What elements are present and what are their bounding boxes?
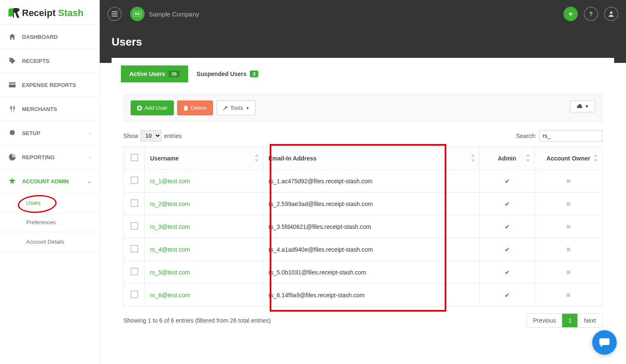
email-in-cell: rs_4.a1ad940e@files.receipt-stash.com (263, 238, 480, 261)
users-table: Username Email-In Address Admin (123, 147, 602, 307)
table-row: rs_6@test.comrs_6.14f9a9@files.receipt-s… (124, 284, 602, 307)
pagination: Previous 1 Next (527, 313, 602, 328)
pagination-page-1[interactable]: 1 (562, 314, 577, 327)
add-button[interactable]: + (563, 7, 578, 21)
owner-cell: ✖ (535, 284, 602, 307)
chat-icon (599, 337, 610, 348)
star-icon (8, 178, 16, 185)
col-account-owner[interactable]: Account Owner (535, 147, 602, 170)
sidebar-item-account-admin[interactable]: ACCOUNT ADMIN ⌄ (0, 169, 99, 193)
chat-widget-button[interactable] (592, 330, 617, 355)
row-checkbox[interactable] (131, 177, 138, 184)
menu-toggle-button[interactable] (107, 7, 122, 21)
chevron-left-icon: ‹ (90, 155, 91, 160)
email-in-cell: rs_3.5fd40621@files.receipt-stash.com (263, 215, 480, 238)
sidebar-label-merchants: MERCHANTS (22, 106, 57, 112)
card-icon (8, 81, 16, 88)
add-user-button[interactable]: Add User (131, 101, 174, 115)
hamburger-icon (112, 11, 118, 16)
admin-cell: ✔ (480, 193, 535, 215)
check-icon: ✔ (505, 178, 510, 185)
wrench-icon (223, 106, 228, 111)
svg-rect-1 (9, 84, 16, 84)
tab-suspended-users[interactable]: Suspended Users 3 (188, 65, 267, 82)
row-checkbox[interactable] (131, 199, 138, 207)
pagination-previous[interactable]: Previous (527, 314, 562, 327)
chevron-left-icon: ‹ (90, 131, 91, 136)
table-row: rs_4@test.comrs_4.a1ad940e@files.receipt… (124, 238, 602, 261)
col-admin[interactable]: Admin (480, 147, 535, 170)
pie-chart-icon (8, 154, 16, 160)
gear-icon (8, 130, 16, 136)
sort-icon (470, 154, 476, 162)
active-users-count-badge: 26 (169, 71, 180, 77)
username-link[interactable]: rs_1@test.com (150, 178, 190, 185)
admin-cell: ✔ (480, 261, 535, 284)
topbar: RS Sample Company + ? (100, 0, 626, 28)
username-link[interactable]: rs_5@test.com (150, 269, 190, 276)
chevron-down-icon: ⌄ (87, 179, 91, 184)
sidebar-item-merchants[interactable]: MERCHANTS (0, 97, 99, 121)
caret-down-icon: ▼ (246, 106, 249, 110)
entries-label: entries (164, 133, 182, 139)
check-icon: ✔ (505, 223, 510, 230)
sidebar-item-reporting[interactable]: REPORTING ‹ (0, 145, 99, 169)
delete-button[interactable]: Delete (177, 101, 213, 115)
row-checkbox[interactable] (131, 268, 138, 275)
profile-button[interactable] (604, 7, 618, 21)
check-icon: ✔ (505, 246, 510, 253)
col-email-in[interactable]: Email-In Address (263, 147, 480, 170)
search-label: Search: (516, 133, 536, 139)
show-label: Show (123, 133, 138, 139)
sidebar-label-reporting: REPORTING (22, 154, 55, 160)
owner-cell: ✖ (535, 238, 602, 261)
company-name: Sample Company (149, 11, 199, 18)
table-row: rs_5@test.comrs_5.0b1031@files.receipt-s… (124, 261, 602, 284)
sidebar-item-receipts[interactable]: RECEIPTS (0, 49, 99, 73)
search-input[interactable] (539, 130, 602, 141)
tools-dropdown[interactable]: Tools ▼ (216, 101, 256, 115)
company-badge[interactable]: RS (130, 7, 145, 21)
username-link[interactable]: rs_4@test.com (150, 246, 190, 253)
sidebar-item-expense-reports[interactable]: EXPENSE REPORTS (0, 73, 99, 97)
username-link[interactable]: rs_6@test.com (150, 292, 190, 299)
col-username[interactable]: Username (145, 147, 263, 170)
email-in-cell: rs_1.ac475d92@files.receipt-stash.com (263, 170, 480, 193)
username-link[interactable]: rs_2@test.com (150, 201, 190, 207)
row-checkbox[interactable] (131, 291, 138, 298)
brand-logo[interactable]: Receipt Stash (0, 0, 99, 25)
sidebar-item-setup[interactable]: SETUP ‹ (0, 121, 99, 145)
email-in-cell: rs_2.599ae3ad@files.receipt-stash.com (263, 193, 480, 215)
export-dropdown[interactable]: ▼ (570, 101, 595, 112)
username-link[interactable]: rs_3@test.com (150, 223, 190, 230)
sidebar-subitem-account-details[interactable]: Account Details (0, 232, 99, 252)
email-in-cell: rs_5.0b1031@files.receipt-stash.com (263, 261, 480, 284)
sidebar-subitem-users[interactable]: Users (0, 193, 99, 213)
page-size-select[interactable]: 10 (141, 130, 161, 141)
sort-icon (525, 154, 531, 162)
sidebar-subitem-preferences[interactable]: Preferences (0, 213, 99, 232)
check-icon: ✔ (505, 292, 510, 299)
svg-rect-0 (9, 82, 16, 87)
home-icon (8, 33, 16, 40)
admin-cell: ✔ (480, 284, 535, 307)
utensils-icon (8, 106, 16, 112)
help-button[interactable]: ? (584, 7, 598, 21)
x-icon: ✖ (566, 246, 571, 253)
x-icon: ✖ (566, 201, 571, 207)
admin-cell: ✔ (480, 238, 535, 261)
tab-active-users[interactable]: Active Users 26 (121, 65, 188, 82)
select-all-checkbox[interactable] (131, 154, 138, 161)
pagination-next[interactable]: Next (577, 314, 602, 327)
suspended-users-count-badge: 3 (250, 71, 258, 77)
sidebar-item-dashboard[interactable]: DASHBOARD (0, 25, 99, 49)
row-checkbox[interactable] (131, 245, 138, 253)
user-icon (608, 11, 615, 17)
row-checkbox[interactable] (131, 222, 138, 230)
x-icon: ✖ (566, 178, 571, 185)
owner-cell: ✖ (535, 261, 602, 284)
x-icon: ✖ (566, 223, 571, 230)
cloud-download-icon (577, 104, 583, 109)
x-icon: ✖ (566, 269, 571, 276)
email-in-cell: rs_6.14f9a9@files.receipt-stash.com (263, 284, 480, 307)
